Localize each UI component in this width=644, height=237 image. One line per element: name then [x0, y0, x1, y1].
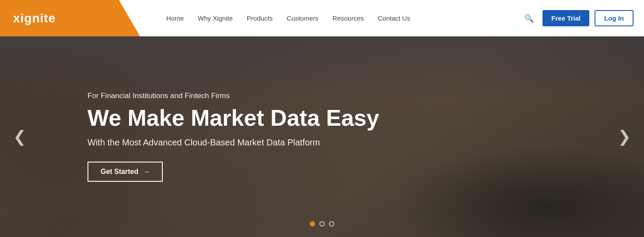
hero-section: ❮ For Financial Institutions and Fintech…	[0, 36, 644, 237]
nav-item-products[interactable]: Products	[247, 14, 273, 22]
hero-content: For Financial Institutions and Fintech F…	[88, 92, 379, 182]
carousel-next-button[interactable]: ❯	[613, 123, 635, 150]
logo: xignite	[13, 11, 56, 25]
carousel-dot-1[interactable]	[310, 221, 315, 226]
logo-area: xignite	[0, 0, 140, 36]
nav-item-why-xignite[interactable]: Why Xignite	[198, 14, 233, 22]
carousel-prev-button[interactable]: ❮	[9, 123, 31, 150]
main-nav: Home Why Xignite Products Customers Reso…	[166, 14, 521, 22]
chevron-left-icon: ❮	[13, 127, 26, 145]
nav-item-contact-us[interactable]: Contact Us	[378, 14, 410, 22]
header-actions: 🔍 Free Trial Log In	[521, 10, 634, 26]
nav-item-home[interactable]: Home	[166, 14, 184, 22]
hero-description: With the Most Advanced Cloud-Based Marke…	[88, 138, 379, 148]
arrow-right-icon: →	[143, 168, 150, 176]
get-started-button[interactable]: Get Started →	[88, 162, 163, 182]
login-button[interactable]: Log In	[595, 10, 634, 26]
search-icon: 🔍	[524, 14, 534, 23]
hero-subtitle: For Financial Institutions and Fintech F…	[88, 92, 379, 100]
free-trial-button[interactable]: Free Trial	[542, 10, 589, 26]
nav-item-customers[interactable]: Customers	[287, 14, 318, 22]
get-started-label: Get Started	[101, 168, 138, 176]
nav-item-resources[interactable]: Resources	[332, 14, 364, 22]
search-button[interactable]: 🔍	[521, 12, 537, 25]
carousel-dot-3[interactable]	[329, 221, 334, 226]
carousel-dot-2[interactable]	[319, 221, 325, 226]
hero-title: We Make Market Data Easy	[88, 106, 379, 131]
chevron-right-icon: ❯	[618, 127, 631, 145]
header: xignite Home Why Xignite Products Custom…	[0, 0, 644, 36]
carousel-dots	[310, 221, 334, 226]
